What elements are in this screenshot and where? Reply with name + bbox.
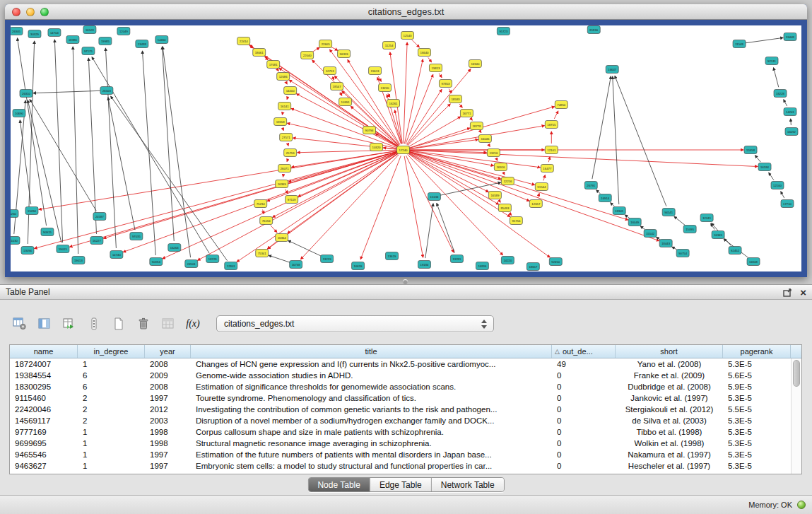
graph-node[interactable]: 26305 — [11, 28, 23, 35]
graph-node[interactable]: 30329 — [28, 30, 41, 38]
graph-node[interactable]: 10320 — [370, 144, 383, 151]
graph-node[interactable]: 18061 — [253, 49, 266, 57]
column-header-short[interactable]: short — [616, 345, 723, 358]
graph-node[interactable]: 12086 — [277, 73, 290, 81]
graph-edge[interactable] — [340, 92, 342, 95]
graph-edge[interactable] — [404, 42, 407, 144]
graph-edge[interactable] — [35, 151, 397, 248]
graph-node[interactable]: 81830 — [587, 26, 600, 34]
graph-edge[interactable] — [509, 213, 511, 216]
graph-node[interactable]: 97175 — [82, 47, 95, 55]
function-builder-button[interactable]: f(x) — [183, 315, 203, 333]
graph-edge[interactable] — [249, 45, 254, 48]
graph-edge[interactable] — [162, 47, 174, 241]
graph-node[interactable]: 22605 — [319, 40, 332, 48]
graph-edge[interactable] — [613, 76, 619, 204]
graph-edge[interactable] — [409, 150, 758, 166]
graph-node[interactable]: 16369 — [276, 180, 288, 188]
graph-node[interactable]: 16659 — [352, 262, 365, 270]
table-row[interactable]: 1830029562008Estimation of significance … — [10, 381, 791, 392]
graph-node[interactable]: 11254 — [383, 42, 396, 49]
graph-node[interactable]: 74850 — [555, 101, 567, 109]
graph-edge[interactable] — [282, 112, 283, 115]
graph-edge[interactable] — [408, 155, 503, 255]
table-row[interactable]: 946554611997Estimation of the future num… — [10, 449, 791, 460]
table-row[interactable]: 1456911722003Disruption of a novel membe… — [10, 415, 791, 426]
graph-edge[interactable] — [480, 131, 481, 132]
graph-node[interactable]: 13216 — [487, 149, 500, 157]
graph-node[interactable]: 16836 — [476, 262, 488, 270]
graph-edge[interactable] — [39, 151, 397, 209]
graph-edge[interactable] — [408, 153, 510, 217]
graph-edge[interactable] — [277, 69, 278, 71]
graph-edge[interactable] — [287, 96, 288, 99]
graph-edge[interactable] — [283, 127, 284, 130]
graph-edge[interactable] — [543, 175, 545, 181]
graph-edge[interactable] — [142, 51, 155, 255]
graph-node[interactable]: 24501 — [185, 260, 198, 268]
graph-node[interactable]: 15958 — [744, 146, 757, 154]
graph-node[interactable]: 25759 — [284, 149, 297, 157]
graph-node[interactable]: 13558 — [274, 118, 287, 126]
graph-node[interactable]: 12241 — [700, 214, 713, 222]
graph-node[interactable]: 13438 — [136, 40, 148, 48]
graph-node[interactable]: 16916 — [494, 163, 507, 171]
graph-node[interactable]: 16261 — [387, 100, 400, 107]
graph-edge[interactable] — [198, 153, 398, 260]
graph-edge[interactable] — [755, 156, 760, 162]
graph-edge[interactable] — [672, 247, 678, 250]
graph-node[interactable]: 75234 — [254, 200, 267, 208]
graph-edge[interactable] — [781, 192, 784, 198]
graph-node[interactable]: 16227 — [90, 237, 103, 245]
graph-edge[interactable] — [20, 120, 31, 204]
graph-node[interactable]: 18443 — [659, 240, 672, 247]
graph-node[interactable]: 14704 — [48, 29, 61, 37]
splitter-handle[interactable] — [403, 279, 408, 284]
table-row[interactable]: 2242004622012Investigating the contribut… — [10, 404, 791, 415]
graph-edge[interactable] — [554, 111, 558, 119]
graph-node[interactable]: 19184 — [418, 261, 430, 269]
graph-edge[interactable] — [286, 82, 288, 84]
graph-node[interactable]: 16589 — [488, 192, 501, 199]
graph-node[interactable]: 24587 — [93, 213, 106, 221]
graph-edge[interactable] — [774, 68, 779, 88]
graph-edge[interactable] — [287, 158, 288, 161]
graph-node[interactable]: 18228 — [774, 90, 787, 98]
graph-edge[interactable] — [388, 93, 390, 97]
graph-edge[interactable] — [499, 200, 500, 202]
graph-node[interactable]: 15284 — [25, 207, 38, 215]
graph-node[interactable]: 95756 — [510, 217, 522, 225]
graph-edge[interactable] — [408, 153, 498, 204]
delete-button[interactable] — [134, 315, 153, 333]
graph-edge[interactable] — [103, 152, 396, 239]
table-selector-dropdown[interactable]: citations_edges.txt — [216, 315, 494, 332]
graph-edge[interactable] — [791, 119, 792, 125]
graph-edge[interactable] — [105, 48, 116, 248]
column-header-in-degree[interactable]: in_degree — [78, 345, 145, 358]
graph-node[interactable]: 22040 — [301, 52, 314, 59]
graph-node[interactable]: 19985 — [99, 37, 112, 45]
graph-node[interactable]: 16046 — [478, 135, 491, 143]
graph-edge[interactable] — [428, 57, 432, 62]
graph-edge[interactable] — [615, 76, 666, 206]
scrollbar-thumb[interactable] — [793, 360, 800, 387]
float-panel-icon[interactable] — [783, 288, 792, 297]
graph-edge[interactable] — [439, 74, 442, 78]
table-row[interactable]: 977716911998Corpus callosum shape and si… — [10, 426, 791, 438]
graph-edge[interactable] — [408, 104, 450, 146]
graph-node[interactable]: 16141 — [278, 103, 291, 110]
graph-node[interactable]: 85493 — [498, 204, 511, 212]
graph-edge[interactable] — [471, 118, 472, 120]
graph-node[interactable]: 22414 — [237, 37, 250, 45]
graph-node[interactable]: 12801 — [225, 262, 237, 270]
graph-edge[interactable] — [360, 156, 401, 259]
graph-edge[interactable] — [404, 59, 423, 144]
tab-node-table[interactable]: Node Table — [308, 478, 370, 491]
graph-edge[interactable] — [784, 100, 787, 106]
graph-node[interactable]: 16477 — [541, 165, 553, 173]
graph-node[interactable]: 12543 — [401, 32, 414, 40]
graph-node[interactable]: 16092 — [785, 128, 798, 136]
table-row[interactable]: 911546021997Tourette syndrome. Phenomeno… — [10, 392, 791, 404]
graph-edge[interactable] — [674, 216, 685, 225]
graph-node[interactable]: 13619 — [386, 252, 399, 260]
